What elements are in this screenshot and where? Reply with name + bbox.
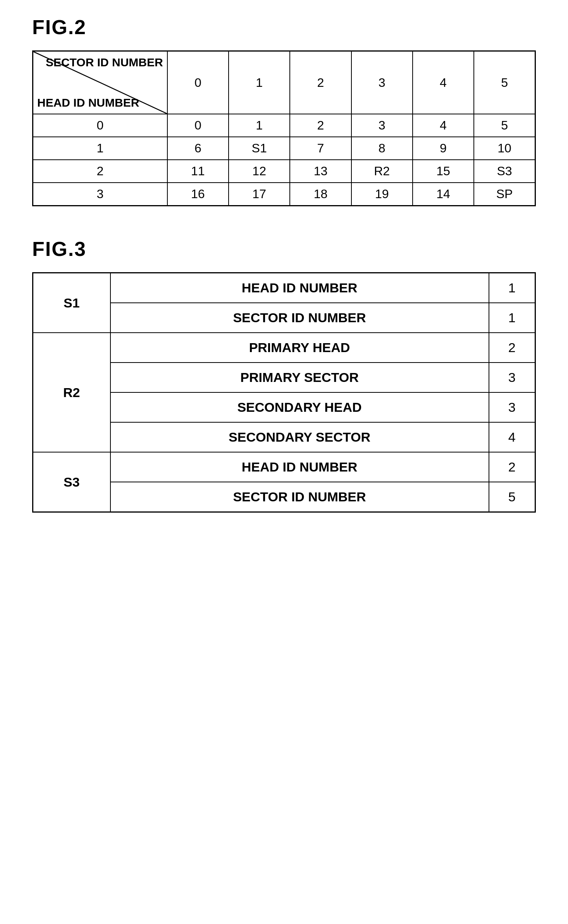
fig3-val-head-id-s1: 1 — [489, 273, 535, 303]
data-cell: 7 — [290, 137, 351, 160]
row-header-0: 0 — [33, 114, 167, 137]
row-header-2: 2 — [33, 160, 167, 183]
data-cell: SP — [474, 183, 535, 206]
fig3-desc-sector-id-s3: SECTOR ID NUMBER — [110, 482, 489, 512]
fig3-val-head-id-s3: 2 — [489, 452, 535, 482]
fig3-val-primary-head: 2 — [489, 333, 535, 363]
fig3-group-label-r2: R2 — [33, 333, 110, 452]
fig3-val-sector-id-s3: 5 — [489, 482, 535, 512]
data-cell: 17 — [229, 183, 290, 206]
row-header-3: 3 — [33, 183, 167, 206]
fig3-val-secondary-sector: 4 — [489, 422, 535, 452]
col-header-0: 0 — [167, 51, 229, 114]
data-cell: 10 — [474, 137, 535, 160]
data-cell: 6 — [167, 137, 229, 160]
data-cell: 14 — [413, 183, 474, 206]
fig2-table: SECTOR ID NUMBER HEAD ID NUMBER 0 1 2 3 … — [32, 50, 536, 206]
corner-top-label: SECTOR ID NUMBER — [46, 55, 163, 69]
data-cell: 9 — [413, 137, 474, 160]
table-row: 3 16 17 18 19 14 SP — [33, 183, 535, 206]
data-cell: S1 — [229, 137, 290, 160]
col-header-5: 5 — [474, 51, 535, 114]
table-row: R2 PRIMARY HEAD 2 — [33, 333, 535, 363]
data-cell: 3 — [351, 114, 413, 137]
table-row: 0 0 1 2 3 4 5 — [33, 114, 535, 137]
fig3-title: FIG.3 — [32, 237, 536, 261]
data-cell: 2 — [290, 114, 351, 137]
col-header-4: 4 — [413, 51, 474, 114]
fig2-header-row: SECTOR ID NUMBER HEAD ID NUMBER 0 1 2 3 … — [33, 51, 535, 114]
data-cell: 19 — [351, 183, 413, 206]
fig3-group-label-s3: S3 — [33, 452, 110, 512]
col-header-3: 3 — [351, 51, 413, 114]
fig2-container: FIG.2 SECTOR ID NUMBER HEAD ID NUMBER 0 … — [32, 16, 536, 206]
col-header-1: 1 — [229, 51, 290, 114]
table-row: 1 6 S1 7 8 9 10 — [33, 137, 535, 160]
fig3-val-primary-sector: 3 — [489, 363, 535, 392]
fig3-desc-primary-head: PRIMARY HEAD — [110, 333, 489, 363]
data-cell: 5 — [474, 114, 535, 137]
data-cell: 8 — [351, 137, 413, 160]
fig3-table: S1 HEAD ID NUMBER 1 SECTOR ID NUMBER 1 R… — [32, 272, 536, 513]
data-cell: 12 — [229, 160, 290, 183]
fig3-desc-sector-id-s1: SECTOR ID NUMBER — [110, 303, 489, 333]
fig3-group-label-s1: S1 — [33, 273, 110, 333]
table-row: S3 HEAD ID NUMBER 2 — [33, 452, 535, 482]
table-row: S1 HEAD ID NUMBER 1 — [33, 273, 535, 303]
fig3-val-sector-id-s1: 1 — [489, 303, 535, 333]
fig3-desc-head-id-s3: HEAD ID NUMBER — [110, 452, 489, 482]
data-cell: 18 — [290, 183, 351, 206]
table-row: 2 11 12 13 R2 15 S3 — [33, 160, 535, 183]
data-cell: 1 — [229, 114, 290, 137]
data-cell: 0 — [167, 114, 229, 137]
data-cell: 11 — [167, 160, 229, 183]
fig3-desc-secondary-head: SECONDARY HEAD — [110, 392, 489, 422]
corner-cell: SECTOR ID NUMBER HEAD ID NUMBER — [33, 51, 167, 114]
fig3-container: FIG.3 S1 HEAD ID NUMBER 1 SECTOR ID NUMB… — [32, 237, 536, 513]
data-cell: 15 — [413, 160, 474, 183]
fig3-val-secondary-head: 3 — [489, 392, 535, 422]
data-cell: 13 — [290, 160, 351, 183]
fig3-desc-primary-sector: PRIMARY SECTOR — [110, 363, 489, 392]
fig3-desc-head-id-s1: HEAD ID NUMBER — [110, 273, 489, 303]
data-cell: S3 — [474, 160, 535, 183]
data-cell: R2 — [351, 160, 413, 183]
fig3-desc-secondary-sector: SECONDARY SECTOR — [110, 422, 489, 452]
data-cell: 4 — [413, 114, 474, 137]
corner-bottom-label: HEAD ID NUMBER — [37, 96, 139, 110]
col-header-2: 2 — [290, 51, 351, 114]
fig2-title: FIG.2 — [32, 16, 536, 39]
data-cell: 16 — [167, 183, 229, 206]
row-header-1: 1 — [33, 137, 167, 160]
